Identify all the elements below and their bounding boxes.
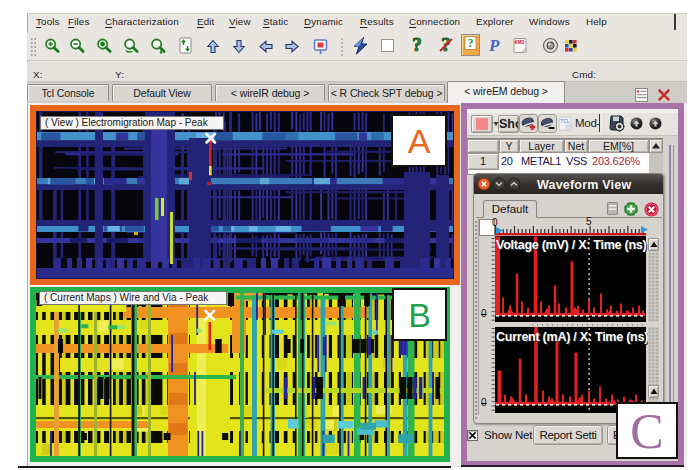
svg-text:?: ? [412,36,422,55]
svg-text:KMD: KMD [514,40,525,45]
svg-text:?: ? [468,36,474,50]
svg-text:TCL: TCL [560,119,569,124]
